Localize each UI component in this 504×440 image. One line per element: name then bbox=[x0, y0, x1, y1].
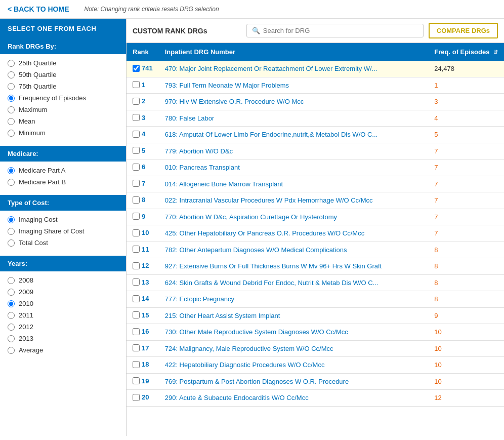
drg-cell[interactable]: 470: Major Joint Replacement Or Reattach… bbox=[159, 61, 429, 77]
rank-checkbox[interactable] bbox=[133, 65, 140, 72]
radio-item-y7[interactable]: Average bbox=[8, 346, 118, 354]
search-input[interactable] bbox=[263, 27, 418, 34]
rank-checkbox-span[interactable]: 5 bbox=[133, 147, 145, 154]
rank-checkbox-span[interactable]: 16 bbox=[133, 328, 149, 335]
radio-c1[interactable] bbox=[8, 216, 15, 223]
rank-checkbox[interactable] bbox=[133, 81, 140, 88]
rank-checkbox-span[interactable]: 11 bbox=[133, 246, 149, 253]
radio-item-r5[interactable]: Maximum bbox=[8, 106, 118, 113]
radio-y3[interactable] bbox=[8, 300, 15, 307]
drg-link[interactable]: 618: Amputat Of Lower Limb For Endocrine… bbox=[165, 131, 378, 138]
rank-checkbox[interactable] bbox=[133, 394, 140, 401]
drg-link[interactable]: 422: Hepatobiliary Diagnostic Procedures… bbox=[165, 361, 325, 369]
rank-cell[interactable]: 9 bbox=[127, 209, 159, 225]
radio-item-r3[interactable]: 75th Quartile bbox=[8, 83, 118, 90]
drg-cell[interactable]: 724: Malignancy, Male Reproductive Syste… bbox=[159, 340, 429, 357]
search-box[interactable]: 🔍 bbox=[246, 24, 424, 37]
rank-cell[interactable]: 18 bbox=[127, 357, 159, 374]
rank-checkbox-span[interactable]: 4 bbox=[133, 130, 145, 138]
rank-cell[interactable]: 8 bbox=[127, 192, 159, 209]
radio-item-y2[interactable]: 2009 bbox=[8, 288, 118, 296]
rank-checkbox-span[interactable]: 18 bbox=[133, 361, 149, 368]
drg-link[interactable]: 010: Pancreas Transplant bbox=[165, 164, 240, 171]
rank-checkbox[interactable] bbox=[133, 361, 140, 368]
rank-number[interactable]: 19 bbox=[142, 377, 149, 385]
rank-cell[interactable]: 3 bbox=[127, 110, 159, 127]
radio-m2[interactable] bbox=[8, 179, 15, 186]
rank-checkbox-span[interactable]: 12 bbox=[133, 262, 149, 269]
rank-number[interactable]: 12 bbox=[142, 262, 149, 269]
radio-y5[interactable] bbox=[8, 324, 15, 331]
rank-checkbox-span[interactable]: 7 bbox=[133, 180, 145, 187]
rank-checkbox[interactable] bbox=[133, 147, 140, 154]
radio-item-m2[interactable]: Medicare Part B bbox=[8, 178, 118, 186]
radio-item-y5[interactable]: 2012 bbox=[8, 323, 118, 331]
radio-r1[interactable] bbox=[8, 60, 15, 67]
rank-number[interactable]: 5 bbox=[142, 147, 145, 154]
rank-number[interactable]: 3 bbox=[142, 114, 145, 122]
rank-checkbox[interactable] bbox=[133, 131, 140, 138]
rank-checkbox-span[interactable]: 19 bbox=[133, 377, 149, 385]
rank-cell[interactable]: 17 bbox=[127, 340, 159, 357]
radio-r7[interactable] bbox=[8, 130, 15, 137]
drg-cell[interactable]: 769: Postpartum & Post Abortion Diagnose… bbox=[159, 373, 429, 390]
radio-c3[interactable] bbox=[8, 239, 15, 247]
rank-cell[interactable]: 2 bbox=[127, 94, 159, 110]
radio-m1[interactable] bbox=[8, 167, 15, 174]
rank-number[interactable]: 7 bbox=[142, 180, 145, 187]
rank-checkbox-span[interactable]: 15 bbox=[133, 311, 149, 319]
radio-r6[interactable] bbox=[8, 118, 15, 125]
drg-link[interactable]: 014: Allogeneic Bone Marrow Transplant bbox=[165, 180, 283, 188]
rank-checkbox[interactable] bbox=[133, 164, 140, 171]
rank-checkbox-span[interactable]: 14 bbox=[133, 295, 149, 302]
rank-checkbox[interactable] bbox=[133, 278, 140, 286]
drg-link[interactable]: 927: Extensive Burns Or Full Thickness B… bbox=[165, 262, 382, 270]
rank-number[interactable]: 16 bbox=[142, 328, 149, 335]
drg-link[interactable]: 022: Intracranial Vascular Procedures W … bbox=[165, 196, 373, 204]
drg-cell[interactable]: 022: Intracranial Vascular Procedures W … bbox=[159, 192, 429, 209]
drg-cell[interactable]: 777: Ectopic Pregnancy bbox=[159, 291, 429, 308]
drg-cell[interactable]: 290: Acute & Subacute Endocarditis W/O C… bbox=[159, 390, 429, 407]
drg-cell[interactable]: 780: False Labor bbox=[159, 110, 429, 127]
rank-checkbox[interactable] bbox=[133, 196, 140, 204]
rank-checkbox[interactable] bbox=[133, 295, 140, 302]
rank-checkbox-span[interactable]: 8 bbox=[133, 196, 145, 204]
rank-checkbox[interactable] bbox=[133, 246, 140, 253]
drg-link[interactable]: 624: Skin Grafts & Wound Debrid For Endo… bbox=[165, 279, 379, 287]
rank-checkbox[interactable] bbox=[133, 377, 140, 384]
rank-number[interactable]: 10 bbox=[142, 229, 149, 236]
rank-checkbox-span[interactable]: 2 bbox=[133, 97, 145, 105]
radio-item-r4[interactable]: Frequency of Episodes bbox=[8, 94, 118, 102]
drg-link[interactable]: 730: Other Male Reproductive System Diag… bbox=[165, 328, 348, 336]
drg-link[interactable]: 770: Abortion W D&c, Aspiration Curettag… bbox=[165, 213, 337, 221]
rank-number[interactable]: 4 bbox=[142, 130, 145, 138]
rank-cell[interactable]: 6 bbox=[127, 159, 159, 176]
rank-checkbox[interactable] bbox=[133, 328, 140, 335]
rank-number[interactable]: 20 bbox=[142, 393, 149, 401]
drg-link[interactable]: 425: Other Hepatobiliary Or Pancreas O.R… bbox=[165, 229, 364, 237]
rank-checkbox-span[interactable]: 1 bbox=[133, 81, 145, 89]
drg-cell[interactable]: 779: Abortion W/O D&c bbox=[159, 143, 429, 159]
rank-number[interactable]: 741 bbox=[142, 64, 153, 72]
drg-link[interactable]: 779: Abortion W/O D&c bbox=[165, 147, 233, 155]
drg-link[interactable]: 970: Hiv W Extensive O.R. Procedure W/O … bbox=[165, 98, 304, 105]
drg-link[interactable]: 793: Full Term Neonate W Major Problems bbox=[165, 82, 289, 89]
radio-item-c2[interactable]: Imaging Share of Cost bbox=[8, 227, 118, 235]
compare-drgs-button[interactable]: COMPARE DRGs bbox=[429, 23, 498, 38]
drg-cell[interactable]: 010: Pancreas Transplant bbox=[159, 159, 429, 176]
rank-checkbox[interactable] bbox=[133, 114, 140, 121]
rank-checkbox[interactable] bbox=[133, 311, 140, 318]
radio-y4[interactable] bbox=[8, 312, 15, 319]
rank-cell[interactable]: 19 bbox=[127, 373, 159, 390]
drg-cell[interactable]: 422: Hepatobiliary Diagnostic Procedures… bbox=[159, 357, 429, 374]
rank-number[interactable]: 2 bbox=[142, 97, 145, 105]
radio-item-c3[interactable]: Total Cost bbox=[8, 239, 118, 247]
radio-item-r2[interactable]: 50th Quartile bbox=[8, 71, 118, 78]
rank-cell[interactable]: 741 bbox=[127, 61, 159, 77]
rank-number[interactable]: 11 bbox=[142, 246, 149, 253]
radio-r4[interactable] bbox=[8, 95, 15, 102]
rank-checkbox-span[interactable]: 741 bbox=[133, 64, 153, 72]
rank-checkbox[interactable] bbox=[133, 229, 140, 236]
rank-number[interactable]: 9 bbox=[142, 213, 145, 220]
radio-item-m1[interactable]: Medicare Part A bbox=[8, 167, 118, 174]
